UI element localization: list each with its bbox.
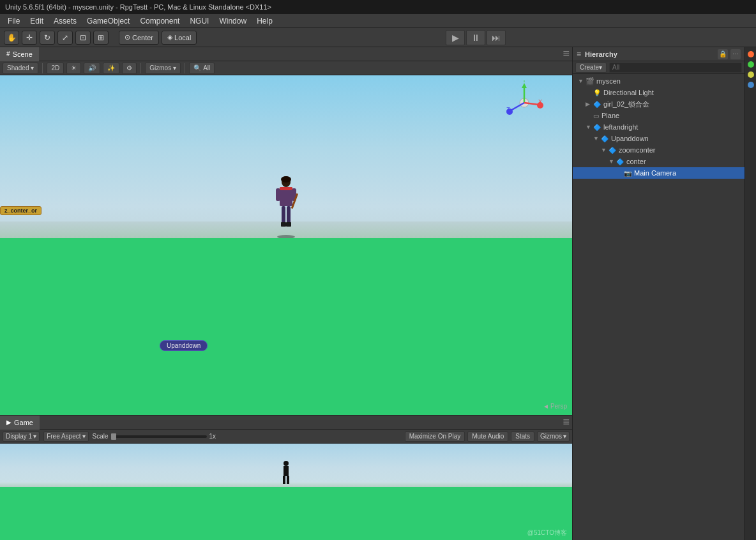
object-icon-leftandright: 🔷 (593, 124, 601, 131)
search-all-dropdown[interactable]: 🔍 All (189, 63, 215, 74)
local-global-button[interactable]: ◈ Local (162, 31, 197, 45)
tree-item-directional-light[interactable]: 💡 Directional Light (573, 87, 745, 98)
scale-thumb[interactable] (111, 433, 116, 440)
gizmos-game-dropdown[interactable]: Gizmos ▾ (537, 431, 570, 442)
zoomconter-toggle[interactable]: ▼ (601, 147, 609, 153)
menu-window[interactable]: Window (214, 15, 252, 27)
scene-tab-label: Scene (13, 50, 33, 58)
game-view: ▶ Game ≡ Display 1 ▾ Free Aspect ▾ Scale (0, 416, 572, 540)
object-icon-conter: 🔷 (616, 158, 624, 165)
gizmos-arrow: ▾ (173, 64, 176, 71)
watermark: @51CTO博客 (527, 529, 567, 537)
hierarchy-menu-button[interactable]: ⋯ (730, 49, 741, 59)
scene-tab[interactable]: # Scene (0, 47, 39, 61)
hierarchy-lock-button[interactable]: 🔒 (718, 49, 728, 59)
menu-file[interactable]: File (3, 15, 25, 27)
upanddown-toggle[interactable]: ▼ (593, 135, 601, 142)
girl-toggle[interactable]: ▶ (586, 101, 593, 107)
svg-point-1 (281, 176, 291, 183)
scene-tab-bar: # Scene ≡ (0, 47, 572, 61)
tree-item-zoomconter[interactable]: ▼ 🔷 zoomconter (573, 144, 745, 156)
mycen-toggle[interactable]: ▼ (578, 78, 586, 84)
tree-item-conter[interactable]: ▼ 🔷 conter (573, 156, 745, 167)
scale-track[interactable] (111, 435, 207, 438)
game-tab-options[interactable]: ≡ (563, 416, 572, 429)
game-right-buttons: Maximize On Play Mute Audio Stats Gizmos… (405, 431, 570, 442)
indicator-1 (748, 51, 754, 57)
game-canvas[interactable]: @51CTO博客 (0, 444, 572, 540)
game-tab-bar: ▶ Game ≡ (0, 416, 572, 430)
scene-options-button[interactable]: ⚙ (122, 63, 137, 74)
rect-tool-button[interactable]: ⊡ (75, 31, 91, 45)
mute-audio-button[interactable]: Mute Audio (467, 431, 508, 442)
persp-label: ◄ Persp (543, 403, 567, 410)
audio-button[interactable]: 🔊 (84, 63, 100, 74)
svg-text:X: X (538, 98, 542, 105)
svg-text:Z: Z (506, 106, 510, 112)
tree-item-leftandright[interactable]: ▼ 🔷 leftandright (573, 121, 745, 133)
local-icon: ◈ (167, 33, 172, 41)
hierarchy-search-input[interactable] (609, 63, 742, 73)
scale-tool-button[interactable]: ⤢ (57, 31, 73, 45)
move-tool-button[interactable]: ✛ (22, 31, 37, 45)
gizmo-widget: Y X Z (502, 80, 547, 125)
pause-button[interactable]: ⏸ (466, 30, 485, 45)
menu-gameobject[interactable]: GameObject (82, 15, 135, 27)
scene-tab-options[interactable]: ≡ (563, 47, 572, 61)
menu-assets[interactable]: Assets (49, 15, 82, 27)
center-pivot-button[interactable]: ⊙ Center (119, 31, 159, 45)
conter-toggle[interactable]: ▼ (609, 158, 616, 165)
leftandright-toggle[interactable]: ▼ (586, 124, 593, 130)
tree-label-conter: conter (626, 158, 646, 165)
tree-label-main-camera: Main Camera (634, 169, 676, 177)
step-button[interactable]: ⏭ (487, 30, 506, 45)
transform-tool-button[interactable]: ⊞ (93, 31, 109, 45)
hierarchy-create-button[interactable]: Create ▾ (575, 63, 607, 73)
game-character (281, 460, 291, 490)
hierarchy-header: ≡ Hierarchy 🔒 ⋯ (573, 47, 745, 61)
scene-tab-icon: # (6, 50, 10, 57)
tree-item-plane[interactable]: ▭ Plane (573, 110, 745, 121)
hierarchy-title: Hierarchy (585, 50, 617, 58)
menu-ngui[interactable]: NGUI (185, 15, 214, 27)
2d-toggle-button[interactable]: 2D (47, 63, 64, 74)
display-select[interactable]: Display 1 ▾ (3, 431, 40, 442)
menu-component[interactable]: Component (135, 15, 185, 27)
svg-rect-8 (281, 222, 286, 227)
tree-label-zoomconter: zoomconter (619, 146, 655, 154)
tree-item-main-camera[interactable]: 📷 Main Camera (573, 167, 745, 179)
fx-button[interactable]: ✨ (103, 63, 119, 74)
hand-tool-button[interactable]: ✋ (4, 31, 19, 45)
toolbar: ✋ ✛ ↻ ⤢ ⊡ ⊞ ⊙ Center ◈ Local ▶ ⏸ ⏭ (0, 28, 756, 47)
center-icon: ⊙ (125, 33, 130, 41)
conter-scene-badge: z_conter_or (0, 206, 42, 215)
menu-help[interactable]: Help (252, 15, 278, 27)
tree-label-leftandright: leftandright (603, 123, 638, 131)
scene-sep-1 (42, 63, 43, 73)
rotate-tool-button[interactable]: ↻ (40, 31, 55, 45)
stats-button[interactable]: Stats (511, 431, 534, 442)
center-area: # Scene ≡ Shaded ▾ 2D ☀ 🔊 ✨ ⚙ Gizmo (0, 47, 572, 540)
svg-text:Y: Y (522, 80, 526, 84)
hierarchy-header-actions: 🔒 ⋯ (718, 49, 741, 59)
tree-item-mycen[interactable]: ▼ 🎬 myscen (573, 75, 745, 87)
gizmos-dropdown[interactable]: Gizmos ▾ (145, 63, 181, 74)
scene-sep-2 (140, 63, 141, 73)
maximize-on-play-button[interactable]: Maximize On Play (405, 431, 465, 442)
aspect-select[interactable]: Free Aspect ▾ (43, 431, 88, 442)
tree-item-upanddown[interactable]: ▼ 🔷 Upanddown (573, 133, 745, 144)
play-button[interactable]: ▶ (446, 30, 465, 45)
svg-rect-7 (287, 206, 291, 224)
menu-edit[interactable]: Edit (25, 15, 49, 27)
gizmos-game-arrow: ▾ (563, 433, 566, 440)
shading-mode-dropdown[interactable]: Shaded ▾ (3, 63, 38, 74)
tree-label-mycen: myscen (596, 77, 621, 85)
scene-canvas[interactable]: z_conter_or Upanddown (0, 75, 572, 415)
svg-point-11 (277, 235, 295, 238)
svg-rect-10 (280, 187, 292, 190)
camera-icon: 📷 (624, 170, 631, 177)
game-tab[interactable]: ▶ Game (0, 416, 40, 430)
lighting-button[interactable]: ☀ (66, 63, 81, 74)
tree-item-girl[interactable]: ▶ 🔷 girl_02_锁合金 (573, 98, 745, 110)
right-panel: ≡ Hierarchy 🔒 ⋯ Create ▾ ▼ 🎬 myscen (572, 47, 745, 540)
